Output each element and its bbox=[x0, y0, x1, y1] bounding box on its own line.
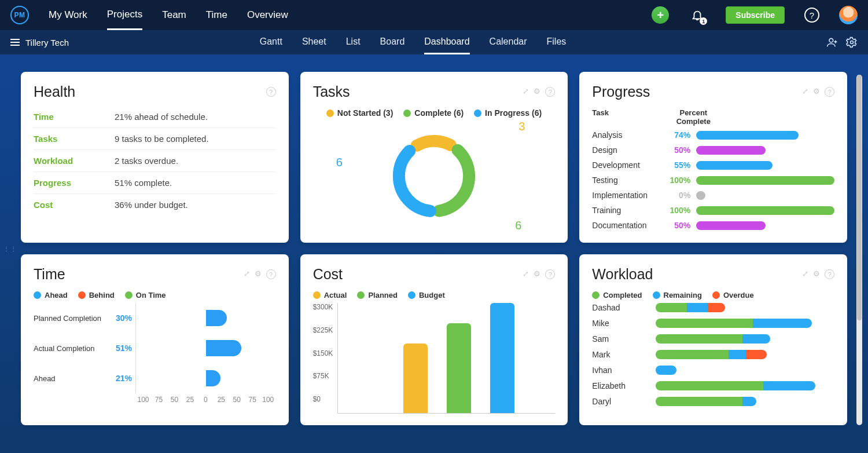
card-title: Workload bbox=[592, 266, 653, 283]
legend-item: Complete (6) bbox=[403, 108, 464, 118]
cost-yaxis: $300K$225K$150K$75K$0 bbox=[313, 303, 338, 414]
expand-icon[interactable] bbox=[523, 269, 529, 279]
progress-pct: 100% bbox=[661, 176, 690, 185]
nav-overview[interactable]: Overview bbox=[247, 9, 288, 29]
gear-icon[interactable] bbox=[813, 269, 820, 279]
time-row-label: Actual Completion bbox=[34, 344, 109, 353]
workload-bar bbox=[656, 350, 767, 359]
progress-bar bbox=[696, 191, 705, 200]
add-member-icon[interactable] bbox=[826, 36, 838, 48]
progress-task: Development bbox=[592, 160, 661, 170]
donut-label-in-progress: 6 bbox=[336, 156, 343, 169]
add-button[interactable]: + bbox=[652, 6, 669, 24]
brand-logo[interactable]: PM bbox=[10, 6, 29, 24]
user-avatar[interactable] bbox=[839, 6, 858, 24]
legend-item: Behind bbox=[78, 291, 115, 299]
workload-seg bbox=[746, 350, 767, 359]
axis-tick: $0 bbox=[313, 395, 333, 403]
view-files[interactable]: Files bbox=[547, 36, 567, 54]
progress-task: Documentation bbox=[592, 221, 661, 230]
view-list[interactable]: List bbox=[346, 36, 361, 54]
workload-bar bbox=[656, 319, 812, 328]
expand-icon[interactable] bbox=[802, 87, 808, 97]
workload-name: Sam bbox=[592, 334, 656, 344]
subscribe-button[interactable]: Subscribe bbox=[726, 6, 785, 24]
health-row: Time 21% ahead of schedule. bbox=[34, 106, 276, 128]
nav-team[interactable]: Team bbox=[162, 9, 186, 29]
workload-name: Daryl bbox=[592, 397, 656, 406]
workload-seg bbox=[656, 303, 687, 312]
view-board[interactable]: Board bbox=[380, 36, 405, 54]
workload-bar bbox=[656, 381, 815, 390]
settings-icon[interactable] bbox=[846, 36, 858, 48]
cost-bar-budget bbox=[490, 303, 514, 413]
help-icon[interactable]: ? bbox=[545, 87, 555, 97]
help-icon[interactable]: ? bbox=[804, 8, 819, 23]
progress-pct: 100% bbox=[661, 206, 690, 215]
axis-tick: $75K bbox=[313, 372, 333, 380]
progress-bar bbox=[696, 131, 799, 140]
axis-tick: 0 bbox=[198, 396, 214, 404]
card-title: Tasks bbox=[313, 83, 350, 100]
progress-bar bbox=[696, 146, 765, 155]
scrollbar[interactable] bbox=[856, 75, 862, 425]
health-row: Cost 36% under budget. bbox=[34, 194, 276, 215]
legend-item: Ahead bbox=[34, 291, 68, 299]
time-bar bbox=[206, 370, 220, 386]
view-calendar[interactable]: Calendar bbox=[490, 36, 527, 54]
expand-icon[interactable] bbox=[802, 269, 808, 279]
help-icon[interactable]: ? bbox=[825, 87, 834, 97]
time-axis: 1007550250255075100 bbox=[135, 396, 276, 404]
help-icon[interactable]: ? bbox=[266, 269, 276, 279]
legend-item: On Time bbox=[125, 291, 166, 299]
help-icon[interactable]: ? bbox=[266, 87, 276, 97]
nav-my-work[interactable]: My Work bbox=[49, 9, 87, 29]
help-icon[interactable]: ? bbox=[545, 269, 555, 279]
view-dashboard[interactable]: Dashboard bbox=[424, 36, 469, 54]
workload-bar bbox=[656, 303, 725, 312]
gear-icon[interactable] bbox=[255, 269, 262, 279]
health-row: Workload 2 tasks overdue. bbox=[34, 150, 276, 172]
svg-point-1 bbox=[851, 41, 854, 44]
view-gantt[interactable]: Gantt bbox=[260, 36, 282, 54]
health-row: Progress 51% complete. bbox=[34, 172, 276, 194]
gear-icon[interactable] bbox=[534, 87, 540, 97]
workload-row: Elizabeth bbox=[592, 381, 834, 390]
workload-seg bbox=[742, 397, 756, 406]
tasks-legend: Not Started (3)Complete (6)In Progress (… bbox=[313, 108, 556, 118]
drag-handle-icon[interactable]: ⋮⋮ bbox=[3, 246, 17, 252]
gear-icon[interactable] bbox=[534, 269, 540, 279]
expand-icon[interactable] bbox=[523, 87, 529, 97]
gear-icon[interactable] bbox=[813, 87, 820, 97]
legend-item: Actual bbox=[313, 291, 347, 299]
legend-item: Overdue bbox=[712, 291, 754, 299]
progress-bar bbox=[696, 161, 772, 170]
expand-icon[interactable] bbox=[244, 269, 250, 279]
workload-seg bbox=[656, 397, 742, 406]
time-bar bbox=[206, 340, 242, 356]
health-label: Tasks bbox=[34, 134, 115, 144]
time-row-pct: 51% bbox=[109, 344, 132, 353]
progress-row: Analysis 74% bbox=[592, 130, 834, 140]
progress-pct: 50% bbox=[661, 221, 690, 230]
nav-projects[interactable]: Projects bbox=[107, 9, 142, 30]
legend-item: Not Started (3) bbox=[326, 108, 393, 118]
legend-item: Completed bbox=[592, 291, 642, 299]
axis-tick: 75 bbox=[151, 396, 167, 404]
health-label: Workload bbox=[34, 156, 115, 166]
workload-row: Ivhan bbox=[592, 366, 834, 375]
view-sheet[interactable]: Sheet bbox=[302, 36, 326, 54]
donut-label-not-started: 3 bbox=[518, 120, 525, 133]
workload-seg bbox=[656, 381, 763, 390]
progress-row: Testing 100% bbox=[592, 176, 834, 185]
project-subnav: Tillery Tech Gantt Sheet List Board Dash… bbox=[0, 30, 868, 54]
donut-label-complete: 6 bbox=[515, 219, 521, 232]
help-icon[interactable]: ? bbox=[825, 269, 834, 279]
workload-name: Elizabeth bbox=[592, 381, 656, 390]
workload-bar bbox=[656, 366, 676, 375]
card-cost: Cost ? ActualPlannedBudget $300K$225K$15… bbox=[300, 254, 568, 425]
nav-time[interactable]: Time bbox=[206, 9, 227, 29]
axis-tick: 100 bbox=[135, 396, 151, 404]
svg-point-0 bbox=[829, 38, 833, 42]
notifications-icon[interactable]: 1 bbox=[689, 6, 706, 24]
